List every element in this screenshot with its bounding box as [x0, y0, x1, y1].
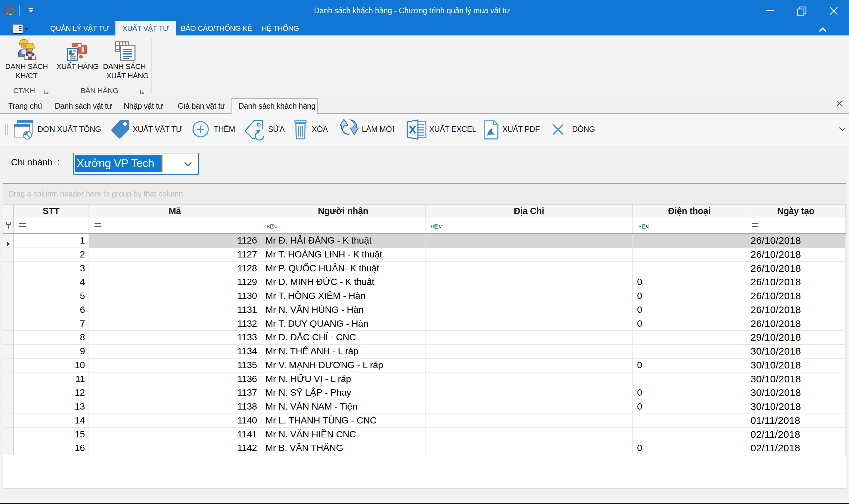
svg-text:B: B — [271, 224, 274, 229]
svg-text:B: B — [643, 224, 646, 229]
svg-text:C: C — [439, 224, 442, 229]
svg-text:R: R — [431, 224, 434, 229]
svg-text:R: R — [267, 224, 270, 229]
svg-text:C: C — [274, 224, 278, 229]
svg-text:C: C — [646, 224, 649, 229]
svg-text:R: R — [638, 224, 642, 229]
svg-text:B: B — [435, 224, 438, 229]
